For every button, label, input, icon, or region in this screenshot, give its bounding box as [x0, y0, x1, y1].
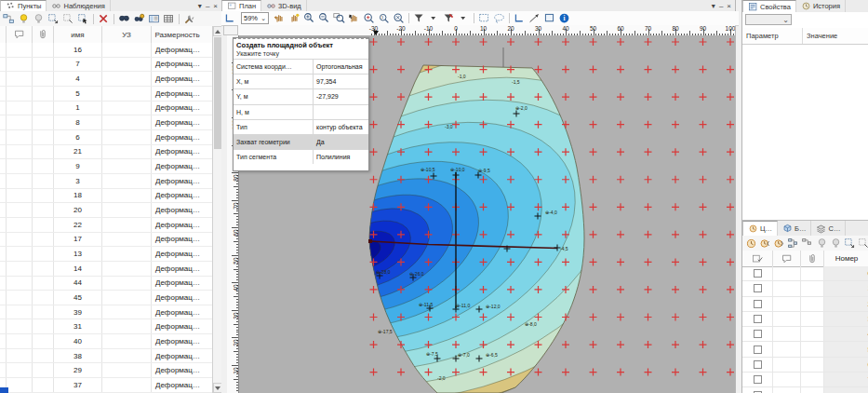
cycle-checkbox[interactable]	[742, 387, 773, 393]
org-collapse-button[interactable]	[801, 237, 814, 250]
dimension-cell[interactable]: Деформац…	[152, 102, 203, 115]
marquee-select-button[interactable]	[477, 12, 491, 25]
dimension-cell[interactable]: Деформац…	[152, 334, 203, 348]
dialog-row-y[interactable]: Y, м -27,929	[234, 88, 368, 103]
dimension-cell[interactable]: Деформац…	[152, 291, 203, 305]
dialog-row-coordinate-system[interactable]: Система коорди… Ортогональная	[234, 59, 368, 74]
row-selector[interactable]	[0, 115, 7, 129]
row-selector[interactable]	[0, 58, 7, 72]
parameter-column-header[interactable]: Параметр	[742, 28, 803, 44]
corner-mode-button[interactable]	[513, 12, 527, 25]
dimension-cell[interactable]: Деформац…	[152, 145, 203, 159]
select-column-header[interactable]	[742, 251, 773, 266]
table-row[interactable]: 20Деформац…	[0, 203, 212, 218]
row-selector[interactable]	[0, 203, 7, 217]
row-selector[interactable]	[0, 262, 7, 276]
name-cell[interactable]: 16	[54, 43, 102, 57]
number-cell[interactable]: 4	[824, 327, 868, 341]
cycle-row[interactable]: 3	[742, 312, 868, 327]
number-cell[interactable]: 3	[824, 312, 868, 326]
org-expand-button[interactable]	[787, 237, 800, 250]
select-rect-button[interactable]	[47, 12, 60, 25]
name-cell[interactable]: 21	[54, 145, 102, 159]
number-cell[interactable]: 7	[824, 373, 868, 386]
table-row[interactable]: 7Деформац…	[0, 58, 212, 73]
connect-button[interactable]	[2, 12, 16, 25]
cycle-row[interactable]: 0	[742, 266, 868, 281]
name-cell[interactable]: 1	[54, 102, 102, 115]
clock-prev-button[interactable]	[758, 237, 771, 250]
y-coordinate-field[interactable]: -27,929	[314, 93, 368, 100]
row-selector[interactable]	[0, 218, 7, 232]
info-button[interactable]: i	[557, 12, 571, 25]
row-selector[interactable]	[0, 349, 7, 363]
zoom-level-select[interactable]: 59%⌄	[241, 12, 269, 24]
dimension-cell[interactable]: Деформац…	[152, 277, 203, 291]
tab-properties-0[interactable]: Свойства	[742, 0, 796, 13]
cycle-row[interactable]: 8	[742, 387, 868, 393]
x-coordinate-field[interactable]: 97,354	[314, 78, 368, 85]
dimension-cell[interactable]: Деформац…	[152, 319, 203, 333]
clock-next-button[interactable]	[772, 237, 785, 250]
type-field[interactable]: контур объекта	[314, 124, 368, 130]
tab-cycles-1[interactable]: Б…	[778, 221, 811, 236]
deselect-rect-button[interactable]	[61, 12, 75, 25]
table-row[interactable]: 29Деформац…	[0, 363, 212, 378]
select-rect-button[interactable]	[844, 237, 857, 250]
segment-type-field[interactable]: Полилиния	[314, 154, 368, 160]
deselect-rect-button[interactable]	[858, 237, 868, 250]
row-selector[interactable]	[0, 277, 7, 291]
name-cell[interactable]: 8	[54, 115, 102, 129]
table-row[interactable]: 21Деформац…	[0, 145, 212, 160]
zoom-selected-button[interactable]	[362, 12, 376, 25]
row-selector[interactable]	[0, 291, 7, 305]
table-row[interactable]: 3Деформац…	[0, 174, 212, 189]
dialog-row-type[interactable]: Тип контур объекта	[234, 119, 368, 134]
bulb-off-button[interactable]	[32, 12, 46, 25]
row-selector[interactable]	[0, 319, 7, 333]
number-cell[interactable]: 5	[824, 342, 868, 356]
card-view-button[interactable]	[147, 12, 161, 25]
number-cell[interactable]: 0	[824, 266, 868, 280]
name-cell[interactable]: 29	[54, 363, 102, 377]
pan-hand-alt-button[interactable]	[287, 12, 301, 25]
measure-line-button[interactable]	[527, 12, 541, 25]
dimension-cell[interactable]: Деформац…	[152, 58, 203, 72]
chevron-button[interactable]	[457, 12, 471, 25]
cycle-row[interactable]: 1	[742, 281, 868, 296]
table-row[interactable]: 1Деформац…	[0, 102, 212, 116]
cycle-checkbox[interactable]	[742, 358, 773, 372]
number-cell[interactable]: 8	[824, 387, 868, 393]
filter-red-button[interactable]	[442, 12, 456, 25]
table-row[interactable]: 39Деформац…	[0, 305, 212, 320]
select-cursor-button[interactable]	[76, 12, 90, 25]
name-cell[interactable]: 3	[54, 174, 102, 188]
table-row[interactable]: 9Деформац…	[0, 159, 212, 174]
tab-plan-0[interactable]: План	[221, 0, 261, 12]
dimension-cell[interactable]: Деформац…	[152, 305, 203, 319]
cycle-checkbox[interactable]	[742, 342, 773, 356]
table-row[interactable]: 14Деформац…	[0, 262, 212, 277]
comment-column-header[interactable]	[773, 251, 801, 266]
name-cell[interactable]: 14	[54, 262, 102, 276]
dimension-cell[interactable]: Деформац…	[152, 189, 203, 203]
row-selector[interactable]	[0, 72, 7, 86]
name-cell[interactable]: 6	[54, 130, 102, 144]
row-selector[interactable]	[0, 305, 7, 319]
panel-menu-icon[interactable]: ▾	[198, 2, 202, 10]
dimension-cell[interactable]: Деформац…	[152, 174, 203, 188]
frame-mode-button[interactable]	[542, 12, 556, 25]
attachment-column-header[interactable]	[801, 251, 824, 266]
dimension-cell[interactable]: Деформац…	[152, 233, 203, 247]
table-row[interactable]: 37Деформац…	[0, 378, 212, 393]
dimension-cell[interactable]: Деформац…	[152, 247, 203, 261]
table-row[interactable]: 16Деформац…	[0, 43, 212, 58]
table-row[interactable]: 45Деформац…	[0, 291, 212, 305]
dimension-cell[interactable]: Деформац…	[152, 378, 203, 392]
filter-button[interactable]	[412, 12, 426, 25]
tab-cycles-2[interactable]: С…	[811, 221, 846, 236]
dialog-row-h[interactable]: Н, м	[234, 104, 368, 119]
name-cell[interactable]: 18	[54, 189, 102, 203]
table-row[interactable]: 4Деформац…	[0, 72, 212, 87]
pan-hand-button[interactable]	[273, 12, 287, 25]
